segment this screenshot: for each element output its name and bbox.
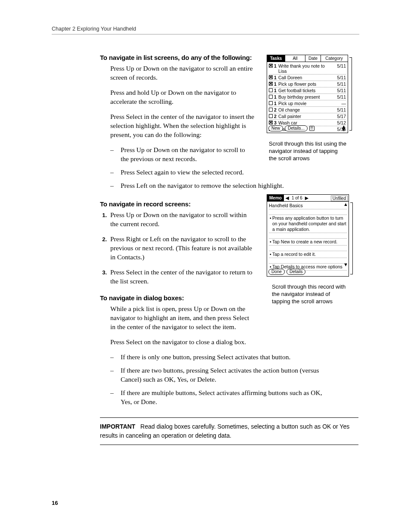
- body-text: While a pick list is open, press Up or D…: [110, 304, 252, 331]
- section-heading: To navigate in list screens, do any of t…: [100, 54, 358, 61]
- list-item: –Press Up or Down on the navigator to sc…: [110, 145, 328, 163]
- list-item: 1.Press Up or Down on the navigator to s…: [100, 210, 358, 228]
- section-heading: To navigate in record screens:: [100, 200, 358, 208]
- body-text: Press and hold Up or Down on the navigat…: [110, 88, 255, 106]
- important-label: IMPORTANT: [100, 423, 135, 430]
- list-item: 2.Press Right or Left on the navigator t…: [100, 234, 358, 261]
- list-item: –If there is only one button, pressing S…: [110, 352, 328, 361]
- body-text: Press Select in the center of the naviga…: [110, 112, 255, 139]
- page-number: 16: [52, 500, 58, 506]
- list-item: –If there are two buttons, pressing Sele…: [110, 366, 328, 384]
- section-heading: To navigate in dialog boxes:: [100, 294, 358, 302]
- body-text: Press Up or Down on the navigator to scr…: [110, 64, 255, 82]
- important-text: Read dialog boxes carefully. Sometimes, …: [100, 423, 349, 439]
- list-item: 3.Press Select in the center of the navi…: [100, 268, 358, 286]
- list-item: –If there are multiple buttons, Select a…: [110, 388, 328, 406]
- important-note: IMPORTANT Read dialog boxes carefully. S…: [100, 417, 358, 445]
- running-head: Chapter 2 Exploring Your Handheld: [52, 26, 359, 34]
- list-item: –Press Left on the navigator to remove t…: [110, 181, 328, 190]
- list-item: –Press Select again to view the selected…: [110, 168, 328, 177]
- body-text: Press Select on the navigator to close a…: [110, 337, 339, 346]
